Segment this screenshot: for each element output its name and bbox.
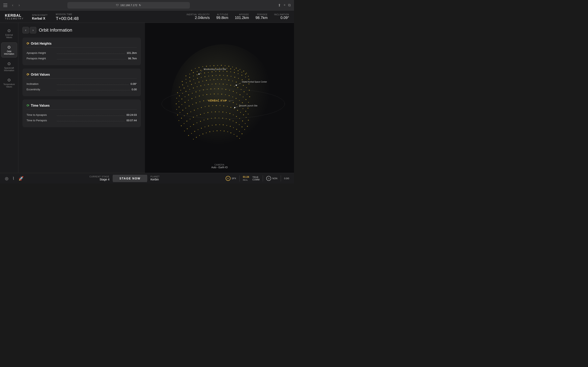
inclination-value-row: 0.09°: [130, 82, 137, 85]
svg-point-64: [212, 75, 213, 76]
panel-nav-arrows: ‹ ›: [22, 27, 36, 33]
svg-point-200: [234, 108, 234, 109]
svg-point-49: [230, 71, 231, 72]
svg-point-222: [236, 116, 237, 117]
address-bar[interactable]: 🛡 192.168.7.172 ↻: [67, 2, 190, 8]
spx-icon: ◎: [226, 176, 231, 181]
svg-point-127: [207, 89, 208, 90]
svg-text:KERBAL X-AP: KERBAL X-AP: [208, 99, 227, 102]
svg-point-157: [236, 98, 237, 99]
svg-point-10: [221, 65, 222, 66]
svg-point-130: [218, 88, 219, 89]
svg-point-220: [229, 113, 231, 114]
sidebar-item-external-values[interactable]: ⊙ ExternalValues: [1, 26, 17, 41]
svg-point-167: [192, 104, 193, 105]
svg-point-111: [230, 85, 231, 86]
new-tab-btn[interactable]: +: [283, 3, 286, 8]
svg-point-269: [213, 131, 214, 132]
camera-value: Auto - Earth IO: [211, 166, 228, 169]
svg-point-254: [215, 124, 216, 125]
trajectory-icon[interactable]: ⌇: [12, 176, 15, 181]
globe-section: Woomerang Launch Site Inland Kerbal Spac…: [145, 23, 294, 173]
svg-point-67: [223, 75, 224, 76]
forward-btn[interactable]: ›: [16, 2, 22, 8]
svg-point-33: [242, 72, 242, 73]
logo-telemetry: TELEMETRY: [5, 17, 24, 20]
sidebar-item-temperature-values[interactable]: ⊙ TemperatureValues: [1, 75, 17, 90]
svg-point-41: [200, 73, 201, 74]
inclination-row: Inclination 0.09°: [26, 81, 137, 87]
svg-point-18: [185, 75, 186, 76]
svg-point-133: [229, 90, 230, 91]
stage-now-btn[interactable]: STAGE NOW: [113, 175, 147, 182]
svg-point-99: [185, 91, 186, 92]
svg-point-17: [246, 73, 247, 74]
spacecraft-information-label: SpacecraftInformation: [4, 67, 14, 72]
svg-point-52: [241, 75, 242, 76]
target-icon[interactable]: ◎: [5, 176, 8, 181]
svg-point-228: [187, 128, 188, 129]
svg-point-21: [197, 71, 198, 72]
apogee-stat: APOGEE 101.2km: [235, 13, 249, 20]
svg-text:Inland Kerbal Space Center: Inland Kerbal Space Center: [242, 81, 267, 83]
svg-point-223: [239, 118, 240, 119]
inclination-stat: INCLINATION 0.09°: [274, 13, 289, 20]
app-header: KERBAL TELEMETRY SPACECRAFT Kerbal X MIS…: [0, 11, 294, 23]
svg-point-131: [222, 89, 223, 89]
svg-point-57: [186, 82, 187, 83]
svg-point-114: [241, 89, 242, 90]
sidebar-item-spacecraft-information[interactable]: ⊙ SpacecraftInformation: [1, 59, 17, 74]
rocket-icon[interactable]: 🚀: [18, 176, 24, 181]
svg-point-77: [183, 87, 185, 89]
svg-point-189: [194, 110, 195, 111]
logo-kerbal: KERBAL: [5, 14, 24, 17]
svg-point-263: [193, 139, 194, 140]
svg-point-62: [205, 76, 206, 77]
share-btn[interactable]: ⬆: [278, 3, 281, 8]
svg-point-115: [243, 91, 245, 92]
svg-point-7: [210, 66, 211, 66]
svg-point-190: [198, 108, 198, 109]
refresh-btn[interactable]: ↻: [139, 4, 141, 7]
sidebar-item-orbit-information[interactable]: ⊙ OrbitInformation: [1, 42, 17, 58]
svg-point-66: [219, 75, 221, 76]
browser-nav[interactable]: ‹ ›: [10, 2, 22, 8]
svg-point-60: [197, 78, 198, 79]
svg-point-239: [226, 118, 227, 119]
sidebar-toggle-btn[interactable]: [3, 4, 7, 7]
next-panel-btn[interactable]: ›: [30, 27, 36, 33]
back-btn[interactable]: ‹: [10, 2, 16, 8]
svg-point-210: [193, 117, 194, 118]
svg-point-231: [197, 122, 198, 123]
apogee-label: APOGEE: [235, 13, 249, 16]
tabs-btn[interactable]: ⧉: [288, 3, 291, 8]
svg-point-206: [181, 125, 182, 126]
svg-point-150: [210, 94, 211, 95]
svg-point-194: [212, 105, 213, 106]
svg-point-104: [204, 85, 205, 85]
orbit-heights-icon: ⟳: [26, 42, 29, 45]
footer-right: ◎ SPX 01:24REAL TRUECOMM ◎ NON 0.0/0: [226, 175, 289, 182]
svg-point-229: [190, 126, 191, 127]
footer-time-value: 01:24REAL: [243, 175, 249, 181]
svg-point-240: [229, 119, 230, 120]
svg-point-161: [247, 108, 249, 109]
svg-point-106: [212, 84, 213, 85]
svg-point-273: [227, 131, 228, 132]
svg-point-149: [207, 94, 208, 95]
shield-icon: 🛡: [116, 4, 119, 7]
svg-point-218: [222, 111, 223, 113]
prev-panel-btn[interactable]: ‹: [22, 27, 29, 33]
svg-point-83: [206, 80, 207, 81]
svg-point-78: [187, 86, 188, 87]
svg-point-192: [205, 106, 206, 107]
svg-point-79: [191, 84, 192, 85]
svg-point-9: [217, 65, 218, 66]
main-layout: ⊙ ExternalValues ⊙ OrbitInformation ⊙ Sp…: [0, 23, 294, 173]
svg-point-71: [238, 78, 239, 79]
mission-time-info: MISSION TIME T+00:04:48: [56, 12, 79, 21]
svg-point-121: [185, 96, 185, 97]
svg-point-125: [199, 91, 200, 91]
periapsis-height-dots: [57, 57, 126, 59]
mission-time-label: MISSION TIME: [56, 13, 72, 16]
